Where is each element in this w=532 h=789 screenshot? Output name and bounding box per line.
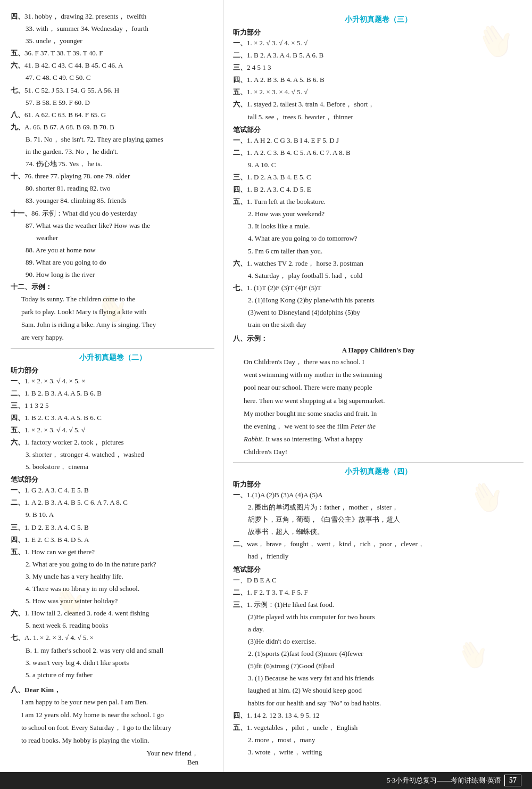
bishi2-2b: 9. B 10. A [11,509,214,521]
letter-sign: Your new friend， [11,749,198,758]
bishi2-6b: 5. next week 6. reading books [11,620,214,631]
essay2-8: Children's Day! [244,446,523,458]
r-bishi-6: 六、1. watches TV 2. rode， horse 3. postma… [233,258,523,269]
section-4-line2: 33. with， summer 34. Wednesday， fourth [11,23,214,35]
r-bishi-8-label: 八、示例： [233,333,523,344]
r2-tingli-2b: had， friendly [233,550,523,562]
essay2-1: On Children's Day， there was no school. … [244,356,523,368]
r-bishi-3: 三、1. D 2. A 3. B 4. E 5. C [233,171,523,183]
tingli2-4: 四、1. B 2. C 3. A 4. A 5. B 6. C [11,412,214,424]
r2-bishi-3d: (3)He didn't do exercise. [233,636,523,647]
essay-line3: Sam. John is riding a bike. Amy is singi… [21,319,214,331]
tingli2-1: 一、1. × 2. × 3. √ 4. × 5. × [11,375,214,387]
r-bishi-5: 五、1. Turn left at the bookstore. [233,196,523,208]
page: 四、31. hobby， drawing 32. presents， twelf… [0,0,532,789]
section-11-line4: 88. Are you at home now [11,244,214,256]
section-11-line2: 87. What was the weather like? How was t… [11,220,214,232]
r-tingli-3: 三、2 4 5 1 3 [233,62,523,73]
r2-bishi-5: 五、1. vegetables， pilot， uncle， English [233,722,523,734]
essay2-block: On Children's Day， there was no school. … [233,356,523,458]
section-4-line3: 35. uncle， younger [11,35,214,47]
r-tingli-6: 六、1. stayed 2. tallest 3. train 4. Befor… [233,98,523,110]
letter-sign-block: Your new friend， Ben [11,749,214,767]
r-bishi-2: 二、1. A 2. C 3. B 4. C 5. A 6. C 7. A 8. … [233,147,523,159]
essay2-4: here. Then we went shopping at a big sup… [244,395,523,407]
r2-bishi-3c: a day. [233,623,523,635]
left-column: 四、31. hobby， drawing 32. presents， twelf… [0,0,223,789]
divider-2 [233,462,523,463]
section-10-line2: 80. shorter 81. reading 82. two [11,183,214,194]
tingli2-2: 二、1. B 2. B 3. A 4. A 5. B 6. B [11,388,214,399]
r2-bishi-3b: (2)He played with his computer for two h… [233,611,523,623]
section3-title: 小升初真题卷（三） [233,15,523,24]
section-11-line6: 90. How long is the river [11,269,214,281]
r2-tingli-1: 一、1.(1)A (2)B (3)A (4)A (5)A [233,489,523,501]
bishi2-7d: 5. a picture of my father [11,669,214,681]
section-6-line2: 47. C 48. C 49. C 50. C [11,72,214,84]
section-4: 四、31. hobby， drawing 32. presents， twelf… [11,11,214,22]
tingli2-6c: 5. bookstore， cinema [11,461,214,473]
bishi2-5-3: 3. My uncle has a very healthy life. [11,571,214,582]
tingli2-6b: 3. shorter， stronger 4. watched， washed [11,449,214,461]
section-12: 十二、示例： [11,281,214,293]
tingli-label-4: 听力部分 [233,480,523,489]
right-column: 小升初真题卷（三） 听力部分 一、1. × 2. √ 3. √ 4. × 5. … [223,0,532,789]
r2-tingli-1d: 故事书，超人，蜘蛛侠。 [233,526,523,538]
tingli2-3: 三、1 1 3 2 5 [11,400,214,412]
bishi2-7c: 3. wasn't very big 4. didn't like sports [11,657,214,669]
letter-1: I am happy to be your new pen pal. I am … [21,696,214,708]
r2-bishi-5b: 2. more， most， many [233,734,523,746]
section-9-b2: in the garden. 73. No， he didn't. [11,146,214,158]
footer-bar: 5·3小升初总复习——考前讲练测·英语 57 [0,772,532,789]
section-8: 八、61. A 62. C 63. B 64. F 65. G [11,109,214,121]
label-5: 五、 [11,49,24,57]
r-tingli-6b: tall 5. see， trees 6. heavier， thinner [233,111,523,123]
bishi-label-2: 笔试部分 [11,475,214,484]
letter-4: to read books. My hobby is playing the v… [21,735,214,746]
bishi2-5: 五、1. How can we get there? [11,546,214,558]
r-bishi-1: 一、1. A H 2. C G 3. B I 4. E F 5. D J [233,135,523,146]
r-bishi-7: 七、1. (1)T (2)F (3)T (4)F (5)T [233,282,523,294]
r-tingli-1: 一、1. × 2. √ 3. √ 4. × 5. √ [233,37,523,49]
r2-bishi-5c: 3. wrote， write， writing [233,746,523,758]
r2-bishi-3e: 2. (1)sports (2)fast food (3)more (4)few… [233,648,523,660]
page-number: 57 [504,775,521,786]
r-tingli-2: 二、1. B 2. A 3. A 4. B 5. A 6. B [233,50,523,61]
essay2-2: went swimming with my mother in the swim… [244,369,523,381]
r2-bishi-3g: 3. (1) Because he was very fat and his f… [233,672,523,684]
section-11-line3: weather [11,232,214,244]
r-tingli-4: 四、1. A 2. B 3. B 4. A 5. B 6. B [233,74,523,86]
bishi2-8-label: 八、Dear Kim， [11,684,214,696]
r2-bishi-3f: (5)fit (6)strong (7)Good (8)bad [233,660,523,672]
bishi-label-4: 笔试部分 [233,565,523,574]
bishi2-2: 二、1. A 2. B 3. A 4. B 5. C 6. A 7. A 8. … [11,497,214,508]
label-11: 十一、 [11,209,31,217]
letter-name: Ben [11,758,198,767]
bishi2-1: 一、1. G 2. A 3. C 4. E 5. B [11,484,214,496]
footer-text: 5·3小升初总复习——考前讲练测·英语 [387,776,501,785]
section-10: 十、76. three 77. playing 78. one 79. olde… [11,170,214,182]
r-tingli-5: 五、1. × 2. × 3. × 4. √ 5. √ [233,86,523,98]
r2-tingli-1c: 胡萝卜，豆角，葡萄，《白雪公主》故事书，超人 [233,514,523,525]
bishi-label-3: 笔试部分 [233,125,523,135]
r-bishi-7-3: (3)went to Disneyland (4)dolphins (5)by [233,307,523,318]
section-9-b3: 74. 伤心地 75. Yes， he is. [11,158,214,170]
r2-bishi-3i: habits for our health and say "No" to ba… [233,697,523,709]
r2-bishi-3: 三、1. 示例：(1)He liked fast food. [233,599,523,611]
r-bishi-5-5: 5. I'm 6 cm taller than you. [233,245,523,257]
label-7: 七、 [11,86,24,94]
label-8: 八、 [11,111,24,119]
r-bishi-2b: 9. A 10. C [233,159,523,171]
bishi2-5-2: 2. What are you going to do in the natur… [11,558,214,570]
letter-3: to school on foot. Every Saturday， I go … [21,722,214,734]
r2-bishi-3h: laughed at him. (2) We should keep good [233,685,523,696]
section-5: 五、36. F 37. T 38. T 39. T 40. F [11,47,214,59]
section-11-line5: 89. What are you going to do [11,257,214,268]
bishi2-5-4: 4. There was no library in my old school… [11,583,214,595]
r-bishi-7-2: 2. (1)Hong Kong (2)by plane/with his par… [233,294,523,306]
label-12: 十二、示例： [11,283,52,291]
r2-bishi-2: 二、1. F 2. T 3. T 4. F 5. F [233,587,523,598]
essay2-3: pool near our school. There were many pe… [244,382,523,393]
section-9-b: B. 71. No， she isn't. 72. They are playi… [11,134,214,145]
tingli-label-3: 听力部分 [233,28,523,37]
